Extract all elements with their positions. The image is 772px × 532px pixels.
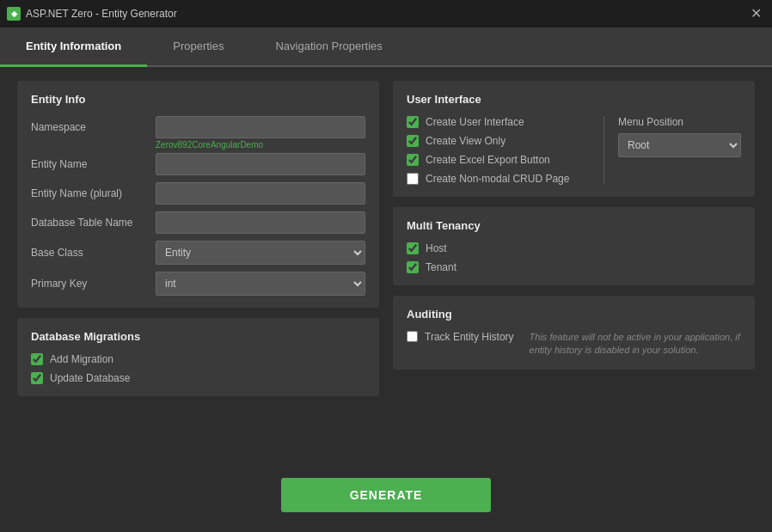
footer: GENERATE [0,465,772,525]
generate-button[interactable]: GENERATE [281,478,492,512]
tab-bar: Entity Information Properties Navigation… [0,28,772,67]
namespace-sub-label: Zerov892CoreAngularDemo [156,140,365,150]
create-ui-checkbox[interactable] [407,116,419,128]
entity-name-row: Entity Name [31,153,365,175]
ui-checkboxes: Create User Interface Create View Only C… [407,116,604,185]
primary-key-row: Primary Key int long Guid string [31,272,365,296]
auditing-section: Auditing Track Entity History This featu… [393,296,755,370]
db-table-name-label: Database Table Name [31,217,156,229]
ui-section-inner: Create User Interface Create View Only C… [407,116,741,185]
track-entity-history-note: This feature will not be active in your … [530,331,741,358]
primary-key-select[interactable]: int long Guid string [156,272,365,296]
tenant-checkbox[interactable] [407,261,419,273]
menu-position-select[interactable]: Root Top Navigation Custom [618,133,741,157]
auditing-title: Auditing [407,308,741,321]
namespace-label: Namespace [31,121,156,133]
user-interface-section: User Interface Create User Interface Cre… [393,81,755,197]
main-content: Entity Info Namespace Zerov892CoreAngula… [0,67,772,465]
user-interface-title: User Interface [407,93,741,106]
multi-tenancy-section: Multi Tenancy Host Tenant [393,207,755,285]
entity-name-plural-row: Entity Name (plural) [31,182,365,205]
entity-name-input[interactable] [156,153,365,175]
create-excel-export-checkbox[interactable] [407,154,419,166]
host-checkbox[interactable] [407,242,419,254]
entity-name-plural-input[interactable] [156,182,365,205]
close-button[interactable]: ✕ [747,5,765,22]
right-panel: User Interface Create User Interface Cre… [393,81,755,451]
host-row: Host [407,242,741,254]
create-non-modal-row: Create Non-modal CRUD Page [407,173,604,185]
base-class-label: Base Class [31,247,156,259]
entity-info-title: Entity Info [31,93,365,106]
db-migrations-section: Database Migrations Add Migration Update… [17,318,379,396]
update-database-label: Update Database [50,372,130,384]
tab-navigation-properties[interactable]: Navigation Properties [249,28,407,67]
add-migration-checkbox[interactable] [31,353,43,365]
menu-position-label: Menu Position [618,116,741,128]
window-title: ASP.NET Zero - Entity Generator [26,8,177,20]
host-label: Host [426,242,447,254]
create-view-only-row: Create View Only [407,135,604,147]
title-bar: ◆ ASP.NET Zero - Entity Generator ✕ [0,0,772,28]
track-entity-history-row: Track Entity History This feature will n… [407,331,741,358]
entity-name-label: Entity Name [31,158,156,170]
base-class-row: Base Class Entity AuditedEntity FullAudi… [31,241,365,265]
entity-name-plural-label: Entity Name (plural) [31,187,156,199]
tab-properties[interactable]: Properties [147,28,249,67]
update-database-checkbox[interactable] [31,372,43,384]
create-ui-row: Create User Interface [407,116,604,128]
tenant-row: Tenant [407,261,741,273]
db-table-name-row: Database Table Name [31,211,365,234]
update-database-row: Update Database [31,372,365,384]
create-view-only-label: Create View Only [426,135,505,147]
title-bar-left: ◆ ASP.NET Zero - Entity Generator [7,7,177,21]
track-entity-history-label: Track Entity History [425,331,514,343]
base-class-select[interactable]: Entity AuditedEntity FullAuditedEntity C… [156,241,365,265]
namespace-row: Namespace [31,116,365,138]
track-entity-history-checkbox[interactable] [407,331,418,342]
create-view-only-checkbox[interactable] [407,135,419,147]
create-excel-export-label: Create Excel Export Button [426,154,550,166]
add-migration-label: Add Migration [50,353,113,365]
tab-entity-information[interactable]: Entity Information [0,28,147,67]
create-non-modal-label: Create Non-modal CRUD Page [426,173,569,185]
namespace-input[interactable] [156,116,365,138]
app-icon: ◆ [7,7,21,21]
db-migrations-title: Database Migrations [31,330,365,343]
left-panel: Entity Info Namespace Zerov892CoreAngula… [17,81,379,451]
add-migration-row: Add Migration [31,353,365,365]
multi-tenancy-title: Multi Tenancy [407,219,741,232]
db-table-name-input[interactable] [156,211,365,234]
create-excel-export-row: Create Excel Export Button [407,154,604,166]
menu-position-section: Menu Position Root Top Navigation Custom [604,116,741,185]
primary-key-label: Primary Key [31,278,156,290]
entity-info-section: Entity Info Namespace Zerov892CoreAngula… [17,81,379,308]
create-non-modal-checkbox[interactable] [407,173,419,185]
tenant-label: Tenant [426,261,456,273]
create-ui-label: Create User Interface [426,116,524,128]
